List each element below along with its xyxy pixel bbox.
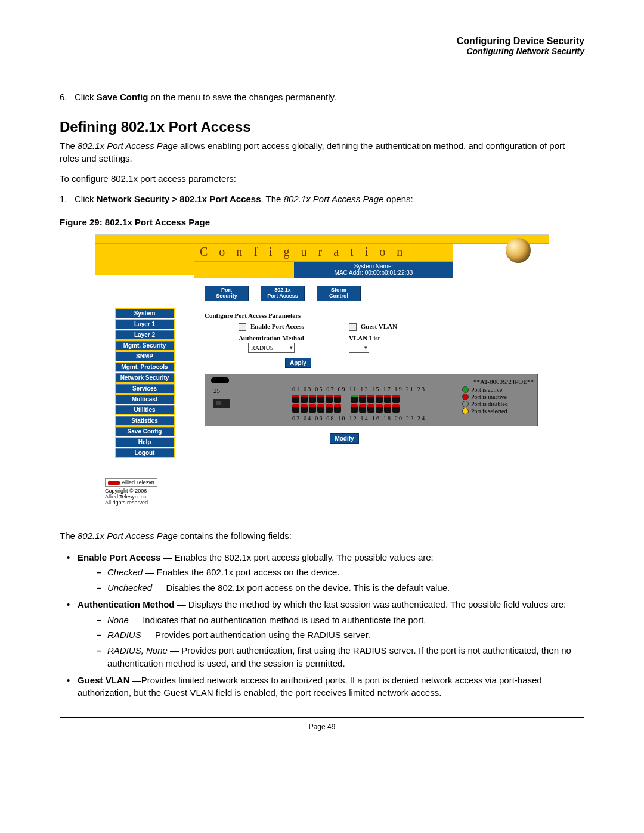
vlan-list-select[interactable] <box>349 343 369 353</box>
port-17[interactable] <box>367 395 374 403</box>
port-4[interactable] <box>301 404 308 413</box>
brand-badge-icon <box>108 481 120 485</box>
legend-disabled-icon <box>462 401 469 407</box>
sidebar-item-snmp[interactable]: SNMP <box>115 351 175 361</box>
field-auth-radius-text: — Provides port authentication using the… <box>141 630 370 640</box>
port-21[interactable] <box>384 395 391 403</box>
port-24[interactable] <box>392 404 400 413</box>
sidebar-item-statistics[interactable]: Statistics <box>115 416 175 426</box>
sidebar-item-system[interactable]: System <box>115 308 175 318</box>
field-enable-unchecked-text: — Disables the 802.1x port access on the… <box>152 583 450 593</box>
guest-vlan-label: Guest VLAN <box>361 323 397 330</box>
step6-bold: Save Config <box>97 92 148 102</box>
ss-footer-copyright: Copyright © 2006 <box>105 488 147 494</box>
device-panel: **AT-8000S/24POE** 25 01 03 05 07 09 11 … <box>205 374 538 426</box>
field-auth-radius-ital: RADIUS <box>107 630 141 640</box>
ss-banner-text: C o n f i g u r a t i o n <box>200 245 407 259</box>
port-19[interactable] <box>376 395 383 403</box>
ports-block-bottom <box>292 404 462 413</box>
tab-storm-control[interactable]: StormControl <box>317 286 361 301</box>
header-title: Configuring Device Security <box>60 36 584 47</box>
tab-8021x-port-access[interactable]: 802.1xPort Access <box>261 286 305 301</box>
apply-button[interactable]: Apply <box>285 358 311 368</box>
port-13[interactable] <box>351 395 358 403</box>
sidebar-item-layer1[interactable]: Layer 1 <box>115 319 175 329</box>
sidebar-item-save-config[interactable]: Save Config <box>115 426 175 436</box>
fields-intro: The 802.1x Port Access Page contains the… <box>60 530 584 542</box>
sidebar-item-services[interactable]: Services <box>115 383 175 394</box>
sidebar-item-mgmt-security[interactable]: Mgmt. Security <box>115 340 175 351</box>
page-number: Page 49 <box>60 723 584 731</box>
sidebar-item-help[interactable]: Help <box>115 437 175 447</box>
ss-header-left-gap <box>95 244 194 275</box>
fields-list: Enable Port Access — Enables the 802.1x … <box>60 551 584 700</box>
port-group-right <box>351 395 400 403</box>
ss-tabs: PortSecurity 802.1xPort Access StormCont… <box>205 286 549 301</box>
field-enable-unchecked: Unchecked — Disables the 802.1x port acc… <box>78 581 584 594</box>
port-23[interactable] <box>392 395 400 403</box>
field-enable-label: Enable Port Access <box>78 552 161 562</box>
port-8[interactable] <box>317 404 324 413</box>
step1-bold: Network Security > 802.1x Port Access <box>97 194 261 204</box>
step1-mid: . The <box>261 194 284 204</box>
uplink-port-icon[interactable] <box>213 399 230 408</box>
step1-suffix: opens: <box>384 194 413 204</box>
step-1: 1. Click Network Security > 802.1x Port … <box>60 193 584 205</box>
port-10[interactable] <box>326 404 333 413</box>
intro-paragraph: The 802.1x Port Access Page allows enabl… <box>60 140 584 165</box>
field-enable-text: — Enables the 802.1x port access globall… <box>161 552 434 562</box>
fields-intro-pre: The <box>60 531 78 541</box>
ss-mac-addr: MAC Addr: 00:00:b0:01:22:33 <box>294 270 453 276</box>
port-group-left-2 <box>292 404 341 413</box>
field-enable-port-access: Enable Port Access — Enables the 802.1x … <box>60 551 584 594</box>
port-18[interactable] <box>367 404 374 413</box>
field-enable-checked: Checked — Enables the 802.1x port access… <box>78 566 584 579</box>
legend-inactive-icon <box>462 394 469 400</box>
port-12[interactable] <box>334 404 341 413</box>
page-header: Configuring Device Security Configuring … <box>60 36 584 56</box>
ports-block <box>292 395 462 403</box>
port-11[interactable] <box>334 395 341 403</box>
port-9[interactable] <box>326 395 333 403</box>
guest-vlan-checkbox[interactable] <box>349 323 357 331</box>
legend-active-label: Port is active <box>471 386 502 393</box>
port-7[interactable] <box>317 395 324 403</box>
intro-ital: 802.1x Port Access Page <box>78 141 178 151</box>
port-22[interactable] <box>384 404 391 413</box>
port-3[interactable] <box>301 395 308 403</box>
sidebar-item-utilities[interactable]: Utilities <box>115 405 175 415</box>
enable-port-access-checkbox[interactable] <box>239 323 246 331</box>
field-guest-vlan: Guest VLAN —Provides limited network acc… <box>60 674 584 700</box>
field-enable-checked-text: — Enables the 802.1x port access on the … <box>143 567 339 577</box>
field-auth-text: — Displays the method by which the last … <box>174 599 566 609</box>
tab-port-security[interactable]: PortSecurity <box>205 286 249 301</box>
port-16[interactable] <box>359 404 366 413</box>
device-model: **AT-8000S/24POE** <box>473 378 534 385</box>
port-6[interactable] <box>309 404 316 413</box>
port-2[interactable] <box>292 404 299 413</box>
guest-vlan-field: Guest VLAN <box>349 323 444 331</box>
port-15[interactable] <box>359 395 366 403</box>
ss-sidebar: System Layer 1 Layer 2 Mgmt. Security SN… <box>95 278 194 518</box>
figure-caption: Figure 29: 802.1x Port Access Page <box>60 217 584 227</box>
field-enable-checked-ital: Checked <box>107 567 143 577</box>
port-1[interactable] <box>292 395 299 403</box>
sidebar-item-layer2[interactable]: Layer 2 <box>115 330 175 340</box>
field-auth-radius: RADIUS — Provides port authentication us… <box>78 628 584 642</box>
ss-system-name-label: System Name: <box>294 263 453 270</box>
ss-footer-rights: All rights reserved. <box>105 500 150 506</box>
sidebar-item-network-security[interactable]: Network Security <box>115 373 175 383</box>
port-14[interactable] <box>351 404 358 413</box>
auth-method-select[interactable]: RADIUS <box>248 343 295 353</box>
field-auth-method: Authentication Method — Displays the met… <box>60 598 584 670</box>
sidebar-item-logout[interactable]: Logout <box>115 448 175 458</box>
port-5[interactable] <box>309 395 316 403</box>
ss-footer-company: Allied Telesyn Inc. <box>105 494 148 500</box>
port-20[interactable] <box>376 404 383 413</box>
sidebar-item-mgmt-protocols[interactable]: Mgmt. Protocols <box>115 362 175 372</box>
enable-port-access-label: Enable Port Access <box>250 323 304 330</box>
footer-rule <box>60 717 584 718</box>
modify-button[interactable]: Modify <box>330 433 358 444</box>
sidebar-item-multicast[interactable]: Multicast <box>115 394 175 404</box>
to-configure: To configure 802.1x port access paramete… <box>60 173 584 185</box>
